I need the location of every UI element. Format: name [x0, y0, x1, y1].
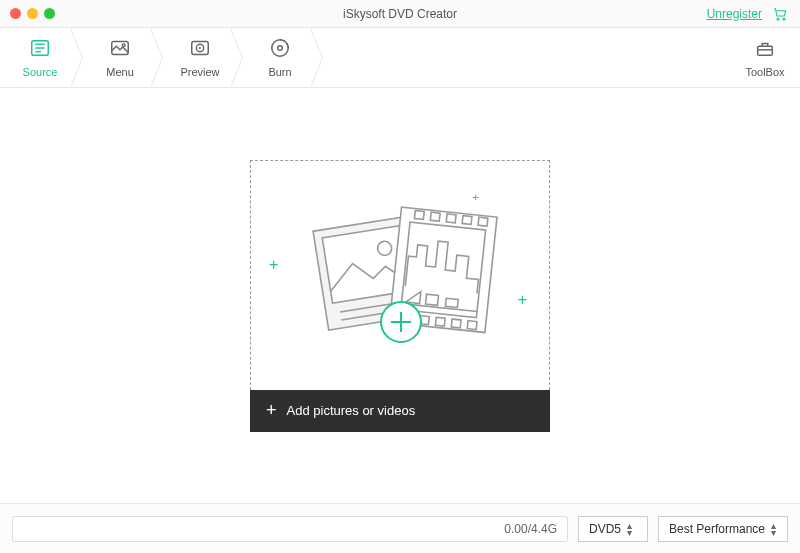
cart-icon[interactable]	[772, 6, 788, 22]
sparkle-icon: +	[473, 191, 479, 203]
app-title: iSkysoft DVD Creator	[0, 7, 800, 21]
step-label: Menu	[106, 66, 134, 78]
quality-value: Best Performance	[669, 522, 765, 536]
svg-rect-25	[478, 217, 488, 226]
svg-point-10	[272, 40, 289, 57]
menu-icon	[109, 37, 131, 62]
titlebar: iSkysoft DVD Creator Unregister	[0, 0, 800, 28]
step-label: Source	[23, 66, 58, 78]
svg-rect-28	[435, 317, 445, 326]
add-media-button[interactable]: + Add pictures or videos	[250, 390, 550, 432]
sparkle-icon: +	[269, 256, 278, 274]
drop-target[interactable]: + + +	[250, 160, 550, 390]
svg-rect-30	[467, 320, 477, 329]
unregister-link[interactable]: Unregister	[707, 7, 762, 21]
svg-rect-12	[758, 46, 773, 55]
stepper-arrows-icon: ▴▾	[627, 522, 632, 536]
stepper-arrows-icon: ▴▾	[771, 522, 776, 536]
quality-select[interactable]: Best Performance ▴▾	[658, 516, 788, 542]
step-preview[interactable]: Preview	[160, 28, 240, 87]
preview-icon	[189, 37, 211, 62]
capacity-text: 0.00/4.4G	[504, 522, 557, 536]
window-controls	[0, 8, 55, 19]
close-window-button[interactable]	[10, 8, 21, 19]
toolbox-label: ToolBox	[745, 66, 784, 78]
toolbox-button[interactable]: ToolBox	[730, 28, 800, 87]
step-label: Preview	[180, 66, 219, 78]
step-nav: Source Menu Preview Burn	[0, 28, 800, 88]
footer: 0.00/4.4G DVD5 ▴▾ Best Performance ▴▾	[0, 503, 800, 553]
plus-icon: +	[266, 400, 277, 421]
svg-point-0	[777, 18, 779, 20]
sparkle-icon: +	[518, 291, 527, 309]
svg-point-1	[783, 18, 785, 20]
step-label: Burn	[268, 66, 291, 78]
step-source[interactable]: Source	[0, 28, 80, 87]
svg-point-11	[278, 46, 283, 51]
svg-rect-23	[446, 213, 456, 222]
main-area: + + +	[0, 88, 800, 503]
svg-rect-22	[430, 212, 440, 221]
svg-rect-21	[414, 210, 424, 219]
svg-rect-29	[451, 319, 461, 328]
capacity-bar: 0.00/4.4G	[12, 516, 568, 542]
disc-type-value: DVD5	[589, 522, 621, 536]
dropzone: + + +	[250, 160, 550, 432]
burn-icon	[269, 37, 291, 62]
media-illustration	[295, 194, 505, 357]
svg-rect-24	[462, 215, 472, 224]
step-burn[interactable]: Burn	[240, 28, 320, 87]
minimize-window-button[interactable]	[27, 8, 38, 19]
disc-type-select[interactable]: DVD5 ▴▾	[578, 516, 648, 542]
fullscreen-window-button[interactable]	[44, 8, 55, 19]
svg-point-7	[122, 44, 125, 47]
step-menu[interactable]: Menu	[80, 28, 160, 87]
toolbox-icon	[754, 37, 776, 62]
source-icon	[29, 37, 51, 62]
add-media-label: Add pictures or videos	[287, 403, 416, 418]
